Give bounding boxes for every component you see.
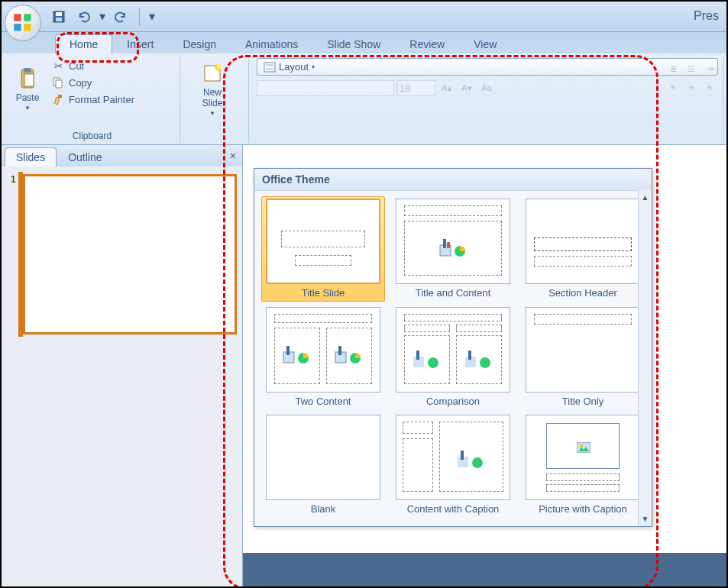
slide-thumbnail[interactable] — [23, 174, 237, 334]
brush-icon — [52, 93, 64, 105]
qat-customize-icon[interactable]: ▾ — [149, 9, 155, 24]
tab-review[interactable]: Review — [395, 34, 459, 53]
gallery-scrollbar[interactable]: ▲ ▼ — [638, 190, 652, 526]
svg-rect-26 — [338, 346, 341, 355]
svg-rect-2 — [14, 24, 21, 31]
align-center-icon[interactable]: ≡ — [683, 79, 700, 95]
panel-tab-slides[interactable]: Slides — [5, 147, 57, 166]
clipboard-group-label: Clipboard — [9, 129, 175, 143]
increase-font-icon[interactable]: A▴ — [438, 80, 455, 95]
format-painter-button[interactable]: Format Painter — [49, 92, 138, 107]
svg-rect-29 — [416, 351, 419, 360]
svg-point-30 — [428, 357, 438, 368]
paste-label: Paste — [16, 92, 40, 103]
layout-option-title-only[interactable]: Title Only — [523, 307, 642, 408]
panel-close-icon[interactable]: × — [230, 150, 236, 162]
font-size-input[interactable] — [397, 80, 435, 96]
slide-panel: Slides Outline × 1 — [2, 145, 243, 586]
chevron-down-icon: ▼ — [24, 105, 31, 111]
tab-home[interactable]: Home — [55, 34, 112, 53]
svg-rect-20 — [447, 242, 450, 248]
paste-button[interactable]: Paste ▼ — [9, 58, 46, 119]
layout-gallery: Office Theme Title Slide Title and Conte… — [254, 168, 652, 527]
group-layout-area: Layout ▾ A▴ A▾ Aa ≣ ☰ ⇥ ≡ — [252, 57, 723, 143]
layout-option-comparison[interactable]: Comparison — [393, 307, 513, 408]
layout-option-content-caption[interactable]: Content with Caption — [393, 415, 513, 515]
svg-point-36 — [472, 457, 483, 468]
svg-rect-17 — [266, 68, 273, 70]
ribbon-tabs: Home Insert Design Animations Slide Show… — [2, 32, 726, 53]
svg-rect-1 — [24, 14, 31, 21]
svg-point-38 — [580, 444, 583, 447]
chevron-down-icon: ▾ — [312, 63, 315, 70]
quick-access-toolbar: ▾ ▾ — [50, 8, 155, 26]
indent-icon[interactable]: ⇥ — [701, 61, 718, 76]
svg-rect-0 — [14, 14, 21, 21]
app-title: Pres — [694, 9, 719, 23]
svg-rect-9 — [24, 74, 34, 86]
svg-rect-16 — [266, 64, 273, 66]
scissors-icon: ✂ — [52, 60, 64, 72]
tab-design[interactable]: Design — [168, 34, 231, 53]
svg-rect-15 — [264, 63, 275, 72]
chevron-down-icon: ▼ — [209, 110, 215, 117]
new-slide-button[interactable]: New Slide ▼ — [188, 58, 237, 119]
undo-icon[interactable] — [75, 8, 92, 25]
tab-view[interactable]: View — [459, 34, 511, 53]
panel-tab-outline[interactable]: Outline — [57, 147, 113, 166]
scroll-down-icon[interactable]: ▼ — [639, 512, 652, 526]
layout-option-blank[interactable]: Blank — [264, 415, 383, 515]
ribbon: Paste ▼ ✂Cut Copy Format Painter Clipboa… — [2, 53, 726, 145]
layout-option-title-content[interactable]: Title and Content — [393, 199, 513, 299]
layout-option-title-slide[interactable]: Title Slide — [261, 196, 385, 302]
office-button[interactable] — [5, 5, 41, 41]
font-controls: A▴ A▾ Aa — [257, 80, 718, 96]
gallery-header: Office Theme — [254, 169, 652, 191]
redo-icon[interactable] — [113, 8, 130, 25]
tab-insert[interactable]: Insert — [112, 34, 168, 53]
layout-option-picture-caption[interactable]: Picture with Caption — [523, 415, 642, 515]
tab-slideshow[interactable]: Slide Show — [312, 34, 395, 53]
svg-rect-11 — [56, 80, 62, 88]
decrease-font-icon[interactable]: A▾ — [458, 80, 475, 95]
svg-point-33 — [480, 357, 490, 368]
scroll-up-icon[interactable]: ▲ — [639, 190, 652, 204]
svg-rect-6 — [56, 18, 62, 21]
tab-animations[interactable]: Animations — [231, 34, 312, 53]
svg-point-14 — [217, 64, 222, 69]
clear-format-icon[interactable]: Aa — [478, 80, 495, 95]
font-name-input[interactable] — [257, 80, 394, 96]
copy-button[interactable]: Copy — [49, 75, 138, 90]
svg-rect-23 — [286, 346, 290, 355]
titlebar: ▾ ▾ Pres — [2, 2, 726, 32]
copy-icon — [52, 76, 64, 89]
save-icon[interactable] — [50, 8, 67, 25]
bullets-icon[interactable]: ≣ — [665, 61, 681, 76]
layout-option-two-content[interactable]: Two Content — [264, 307, 383, 408]
svg-rect-12 — [58, 95, 62, 98]
svg-rect-8 — [24, 68, 31, 73]
layout-option-section-header[interactable]: Section Header — [523, 199, 642, 299]
align-right-icon[interactable]: ≡ — [701, 79, 718, 95]
svg-rect-3 — [24, 24, 31, 31]
slide-number: 1 — [11, 174, 16, 185]
numbering-icon[interactable]: ☰ — [683, 61, 700, 76]
panel-tabs: Slides Outline × — [2, 145, 242, 166]
cut-button[interactable]: ✂Cut — [49, 58, 138, 73]
paragraph-controls: ≣ ☰ ⇥ ≡ ≡ ≡ — [665, 61, 718, 95]
svg-rect-32 — [468, 351, 471, 360]
svg-rect-5 — [56, 12, 62, 16]
align-left-icon[interactable]: ≡ — [665, 79, 681, 95]
group-slides: New Slide ▼ — [183, 57, 249, 143]
svg-rect-35 — [461, 451, 464, 460]
new-slide-label: New Slide — [202, 87, 223, 108]
svg-rect-19 — [443, 239, 446, 248]
layout-button[interactable]: Layout ▾ — [257, 58, 718, 76]
group-clipboard: Paste ▼ ✂Cut Copy Format Painter Clipboa… — [5, 57, 180, 143]
